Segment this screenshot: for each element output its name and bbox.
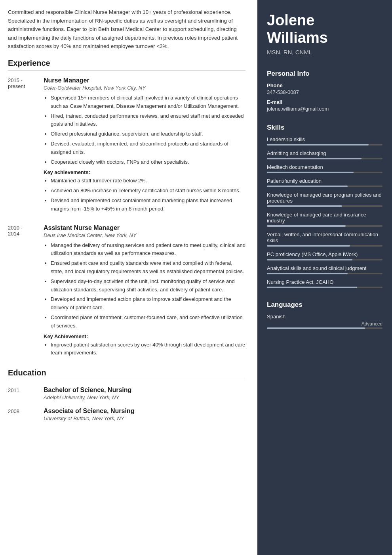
skill-bar-bg [267,205,382,207]
skill-row: Admitting and discharging [267,150,382,159]
experience-list: 2015 - presentNurse ManagerColer-Goldwat… [8,77,245,359]
skill-bar-bg [267,245,382,247]
achievement-item: Maintained a staff turnover rate below 2… [51,177,245,185]
skill-row: Verbal, written, and interpersonal commu… [267,232,382,247]
skill-bar-fill [267,205,342,207]
bullet-item: Developed and implemented action plans t… [51,295,245,312]
skill-bar-fill [267,225,346,227]
last-name: Williams [267,29,328,46]
achievements-bullets: Improved patient satisfaction scores by … [44,341,245,358]
skill-name: Patient/family education [267,178,382,184]
edu-school: University at Buffalo, New York, NY [44,415,134,421]
education-section: Education 2011Bachelor of Science, Nursi… [8,368,245,421]
job-details: Nurse ManagerColer-Goldwater Hospital, N… [44,77,245,215]
skill-row: Knowledge of managed care program polici… [267,192,382,207]
bullet-item: Cooperated closely with doctors, FNPs an… [51,158,245,166]
job-title: Nurse Manager [44,77,245,84]
skill-bar-fill [267,144,369,145]
edu-degree: Associate of Science, Nursing [44,408,134,415]
right-column: Jolene Williams MSN, RN, CNML Personal I… [257,0,392,555]
bullet-item: Managed the delivery of nursing services… [51,241,245,258]
education-item: 2011Bachelor of Science, NursingAdelphi … [8,387,245,400]
left-column: Committed and responsible Clinical Nurse… [0,0,257,555]
job-bullets: Managed the delivery of nursing services… [44,241,245,330]
skill-bar-fill [267,245,350,247]
edu-details: Bachelor of Science, NursingAdelphi Univ… [44,387,131,400]
achievements-bullets: Maintained a staff turnover rate below 2… [44,177,245,213]
credentials: MSN, RN, CNML [267,49,382,56]
language-row: SpanishAdvanced [267,314,382,329]
skill-row: Nursing Practice Act, JCAHO [267,279,382,288]
bullet-item: Hired, trained, conducted performance re… [51,112,245,129]
skill-bar-fill [267,259,352,260]
email-value: jolene.williams@gmail.com [267,106,382,112]
job-date: 2015 - present [8,77,44,215]
job-company: Coler-Goldwater Hospital, New York City,… [44,85,245,91]
languages-list: SpanishAdvanced [267,314,382,329]
achievement-item: Improved patient satisfaction scores by … [51,341,245,358]
skill-name: Knowledge of managed care program polici… [267,192,382,204]
experience-item: 2015 - presentNurse ManagerColer-Goldwat… [8,77,245,215]
skill-bar-bg [267,259,382,260]
experience-section: Experience 2015 - presentNurse ManagerCo… [8,59,245,359]
skills-section: Skills Leadership skillsAdmitting and di… [257,117,392,295]
skill-name: Admitting and discharging [267,150,382,156]
skill-bar-fill [267,158,362,159]
edu-details: Associate of Science, NursingUniversity … [44,408,134,421]
job-details: Assistant Nurse ManagerDeus Irae Medical… [44,224,245,359]
language-level-label: Advanced [267,321,382,327]
job-bullets: Supervised 15+ members of clinical staff… [44,94,245,166]
bullet-item: Devised, evaluated, implemented, and str… [51,140,245,157]
education-item: 2008Associate of Science, NursingUnivers… [8,408,245,421]
bullet-item: Supervised 15+ members of clinical staff… [51,94,245,111]
skill-row: Analytical skills and sound clinical jud… [267,265,382,274]
skill-bar-bg [267,273,382,274]
skills-list: Leadership skillsAdmitting and dischargi… [267,136,382,288]
bullet-item: Ensured patient care and quality standar… [51,259,245,276]
education-list: 2011Bachelor of Science, NursingAdelphi … [8,387,245,421]
skill-name: Analytical skills and sound clinical jud… [267,265,382,271]
email-label: E-mail [267,99,382,105]
achievement-item: Devised and implemented cost containment… [51,197,245,213]
languages-section: Languages SpanishAdvanced [257,295,392,333]
skill-row: Patient/family education [267,178,382,187]
skill-name: Verbal, written, and interpersonal commu… [267,232,382,243]
name-block: Jolene Williams MSN, RN, CNML [257,0,392,63]
summary-text: Committed and responsible Clinical Nurse… [8,8,245,51]
skill-row: Leadership skills [267,136,382,145]
skill-bar-bg [267,186,382,187]
skill-bar-fill [267,273,348,274]
bullet-item: Offered professional guidance, supervisi… [51,130,245,138]
skill-name: PC proficiency (MS Office, Apple iWork) [267,251,382,257]
skill-bar-fill [267,287,357,288]
edu-year: 2008 [8,408,44,421]
experience-title: Experience [8,59,245,71]
language-name: Spanish [267,314,382,320]
skill-bar-fill [267,172,354,173]
education-title: Education [8,368,245,380]
skill-bar-bg [267,225,382,227]
language-bar-bg [267,327,382,329]
skill-name: Nursing Practice Act, JCAHO [267,279,382,285]
skill-name: Meditech documentation [267,164,382,170]
job-company: Deus Irae Medical Center, New York, NY [44,232,245,238]
personal-info-section: Personal Info Phone 347-538-0087 E-mail … [257,63,392,117]
skill-bar-bg [267,158,382,159]
skill-row: Meditech documentation [267,164,382,173]
skill-name: Leadership skills [267,136,382,142]
skill-bar-fill [267,186,348,187]
bullet-item: Coordinated plans of treatment, customer… [51,314,245,330]
skills-title: Skills [267,124,382,132]
phone-label: Phone [267,82,382,88]
key-achievements-label: Key Achievement: [44,333,245,339]
skill-name: Knowledge of managed care and insurance … [267,212,382,224]
phone-value: 347-538-0087 [267,89,382,95]
language-bar-fill [267,327,365,329]
skill-bar-bg [267,144,382,145]
job-date: 2010 - 2014 [8,224,44,359]
skill-bar-bg [267,287,382,288]
edu-degree: Bachelor of Science, Nursing [44,387,131,394]
achievement-item: Achieved an 80% increase in Telemetry ce… [51,187,245,195]
full-name: Jolene Williams [267,12,382,46]
skill-row: PC proficiency (MS Office, Apple iWork) [267,251,382,260]
